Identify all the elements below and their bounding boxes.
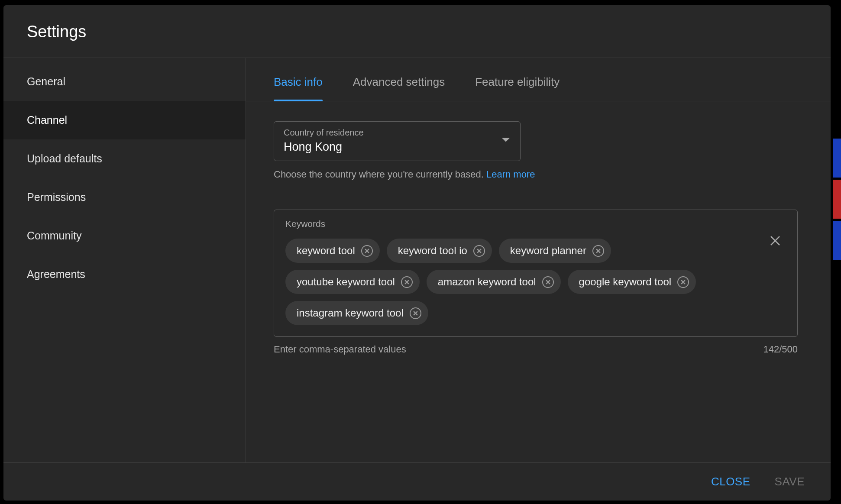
tab-basic-info[interactable]: Basic info [274, 75, 323, 101]
remove-chip-button[interactable] [361, 245, 373, 257]
close-button[interactable]: CLOSE [711, 475, 750, 488]
chevron-down-icon [501, 137, 511, 145]
dialog-body: General Channel Upload defaults Permissi… [3, 58, 831, 462]
country-select[interactable]: Country of residence Hong Kong [274, 121, 521, 161]
remove-chip-button[interactable] [473, 245, 485, 257]
country-select-label: Country of residence [284, 128, 364, 138]
background-decoration [833, 180, 841, 219]
remove-chip-button[interactable] [401, 276, 413, 288]
save-button[interactable]: SAVE [775, 475, 805, 488]
keyword-chip: instagram keyword tool [285, 301, 428, 325]
remove-chip-button[interactable] [410, 307, 421, 319]
keyword-chip-label: amazon keyword tool [438, 276, 536, 288]
tab-feature-eligibility[interactable]: Feature eligibility [475, 75, 560, 101]
keywords-label: Keywords [285, 219, 786, 229]
keyword-chip-label: keyword tool [297, 245, 355, 257]
keyword-chip-label: keyword planner [510, 245, 586, 257]
keyword-chip: youtube keyword tool [285, 270, 420, 294]
country-helper: Choose the country where you're currentl… [274, 169, 803, 180]
dialog-footer: CLOSE SAVE [3, 462, 831, 501]
sidebar-item-general[interactable]: General [3, 62, 246, 101]
tab-advanced-settings[interactable]: Advanced settings [353, 75, 445, 101]
keywords-helper-text: Enter comma-separated values [274, 344, 406, 355]
sidebar-item-permissions[interactable]: Permissions [3, 178, 246, 216]
keyword-chip: amazon keyword tool [427, 270, 561, 294]
keyword-chip: keyword tool [285, 239, 380, 263]
tabs: Basic info Advanced settings Feature eli… [246, 58, 831, 101]
settings-main: Basic info Advanced settings Feature eli… [246, 58, 831, 462]
keyword-chip-label: instagram keyword tool [297, 307, 404, 319]
country-select-value: Hong Kong [284, 140, 364, 154]
learn-more-link[interactable]: Learn more [486, 169, 535, 180]
settings-sidebar: General Channel Upload defaults Permissi… [3, 58, 246, 462]
keyword-chip-label: youtube keyword tool [297, 276, 395, 288]
keyword-chip-label: keyword tool io [398, 245, 467, 257]
settings-dialog: Settings General Channel Upload defaults… [3, 5, 831, 501]
tab-content: Country of residence Hong Kong Choose th… [246, 101, 831, 462]
keywords-counter: 142/500 [763, 344, 798, 355]
keywords-field[interactable]: Keywords keyword toolkeyword tool iokeyw… [274, 210, 798, 337]
background-decoration [833, 221, 841, 260]
keyword-chip-label: google keyword tool [579, 276, 671, 288]
keywords-chips: keyword toolkeyword tool iokeyword plann… [285, 239, 744, 325]
country-helper-text: Choose the country where you're currentl… [274, 169, 486, 180]
keyword-chip: keyword planner [499, 239, 611, 263]
remove-chip-button[interactable] [677, 276, 689, 288]
keyword-chip: keyword tool io [387, 239, 492, 263]
dialog-header: Settings [3, 5, 831, 58]
background-decoration [833, 139, 841, 178]
sidebar-item-community[interactable]: Community [3, 216, 246, 255]
remove-chip-button[interactable] [592, 245, 604, 257]
sidebar-item-channel[interactable]: Channel [3, 101, 246, 139]
dialog-title: Settings [27, 23, 809, 41]
sidebar-item-upload-defaults[interactable]: Upload defaults [3, 139, 246, 178]
clear-all-button[interactable] [769, 234, 782, 249]
sidebar-item-agreements[interactable]: Agreements [3, 255, 246, 294]
remove-chip-button[interactable] [542, 276, 554, 288]
keyword-chip: google keyword tool [568, 270, 696, 294]
keywords-helper-row: Enter comma-separated values 142/500 [274, 344, 798, 355]
